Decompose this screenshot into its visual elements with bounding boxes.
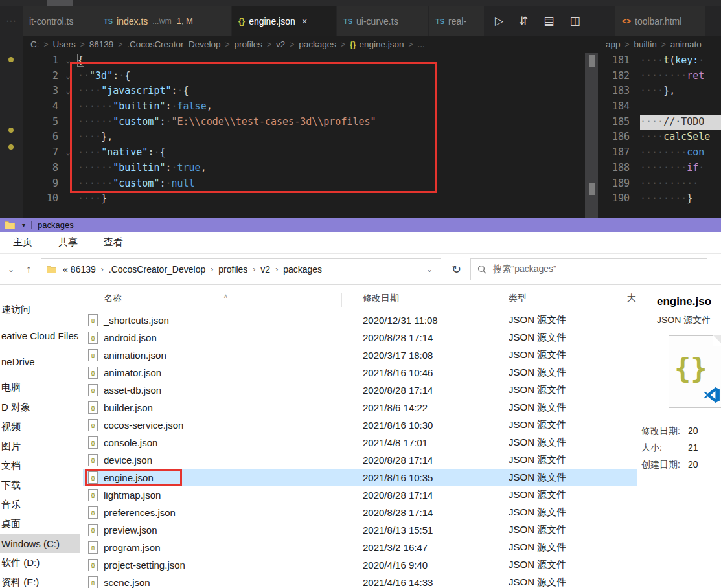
sidebar-item--[interactable]: 音乐 xyxy=(0,495,80,514)
editor-scrollbar[interactable] xyxy=(585,53,598,218)
file-row-cocos-service-json[interactable]: {}cocos-service.json2021/8/16 10:30JSON … xyxy=(83,416,637,434)
file-row-engine-json[interactable]: {}engine.json2021/8/16 10:35JSON 源文件 xyxy=(83,469,637,486)
column-separator[interactable] xyxy=(624,293,624,307)
address-segment[interactable]: v2 xyxy=(260,264,270,275)
breadcrumb-segment[interactable]: Users xyxy=(53,40,76,49)
vscode-titlebar-edge xyxy=(0,0,721,6)
column-header-size[interactable]: 大 xyxy=(627,293,636,304)
run-icon[interactable]: ▷ xyxy=(495,14,503,28)
sidebar-item--[interactable]: 速访问 xyxy=(0,300,80,319)
breadcrumb-segment[interactable]: ... xyxy=(418,40,425,49)
scrollbar-handle-top[interactable] xyxy=(589,55,595,67)
fold-gutter xyxy=(630,130,640,145)
menu-view[interactable]: 查看 xyxy=(104,236,123,249)
history-dropdown-icon[interactable]: ⌄ xyxy=(8,265,14,274)
scrollbar-handle-bottom[interactable] xyxy=(589,183,595,195)
tab-index-ts[interactable]: TSindex.ts...\vm1, M xyxy=(97,6,232,36)
address-segment[interactable]: .CocosCreator_Develop xyxy=(109,264,205,275)
breadcrumb-segment[interactable]: engine.json xyxy=(359,40,404,49)
compare-changes-icon[interactable]: ⇵ xyxy=(519,14,528,28)
sidebar-item-eative-cloud-files[interactable]: eative Cloud Files xyxy=(0,326,80,345)
tab-engine-json[interactable]: {}engine.json× xyxy=(232,6,337,36)
chevron-right-icon: > xyxy=(290,40,294,49)
file-row-builder-json[interactable]: {}builder.json2021/8/6 14:22JSON 源文件 xyxy=(83,399,637,416)
file-row-android-json[interactable]: {}android.json2020/8/28 17:14JSON 源文件 xyxy=(83,329,637,346)
address-segment[interactable]: 86139 xyxy=(71,264,96,275)
tab-toolbar-html[interactable]: <> toolbar.html xyxy=(615,6,706,36)
sidebar-item--e-[interactable]: 资料 (E:) xyxy=(0,572,80,588)
address-dropdown-icon[interactable]: ⌄ xyxy=(426,265,435,274)
tab-ui-curve-ts[interactable]: TSui-curve.ts xyxy=(337,6,429,36)
json-file-icon: {} xyxy=(88,419,98,431)
file-type: JSON 源文件 xyxy=(509,506,566,519)
chevron-right-icon: › xyxy=(101,265,104,274)
file-row-project-setting-json[interactable]: {}project-setting.json2020/4/16 9:40JSON… xyxy=(83,556,637,574)
file-row--shortcuts-json[interactable]: {}_shortcuts.json2020/12/31 11:08JSON 源文… xyxy=(83,311,637,329)
binary-file-icon[interactable]: ▤ xyxy=(544,14,554,28)
address-segment[interactable]: packages xyxy=(283,264,322,275)
search-input[interactable]: 搜索"packages" xyxy=(470,258,707,280)
code-line: 185····//·TODO xyxy=(598,115,721,130)
file-row-device-json[interactable]: {}device.json2020/8/28 17:14JSON 源文件 xyxy=(83,451,637,469)
file-name: _shortcuts.json xyxy=(104,315,169,326)
column-header-type[interactable]: 类型 xyxy=(509,293,527,304)
sidebar-item-windows-c-[interactable]: Windows (C:) xyxy=(0,534,80,553)
file-row-scene-json[interactable]: {}scene.json2021/4/16 14:33JSON 源文件 xyxy=(83,574,637,588)
file-row-console-json[interactable]: {}console.json2021/4/8 17:01JSON 源文件 xyxy=(83,434,637,451)
breadcrumb-segment[interactable]: 86139 xyxy=(89,40,114,49)
file-date-modified: 2020/12/31 11:08 xyxy=(363,315,438,326)
sidebar-item-d-[interactable]: D 对象 xyxy=(0,398,80,417)
split-editor-icon[interactable]: ◫ xyxy=(569,14,580,28)
tab-real-[interactable]: TSreal- xyxy=(429,6,485,36)
breadcrumb-segment[interactable]: builtin xyxy=(634,40,657,49)
close-icon[interactable]: × xyxy=(302,16,308,27)
line-number: 4 xyxy=(23,99,58,115)
tab-it-control-ts[interactable]: it-control.ts xyxy=(23,6,97,36)
breadcrumb-segment[interactable]: v2 xyxy=(276,40,285,49)
menu-home[interactable]: 主页 xyxy=(13,236,32,249)
sidebar-item--[interactable]: 下载 xyxy=(0,475,80,495)
column-header-name[interactable]: 名称 xyxy=(104,293,122,304)
breadcrumb-segment[interactable]: C: xyxy=(30,40,40,49)
file-row-preferences-json[interactable]: {}preferences.json2020/8/28 17:14JSON 源文… xyxy=(83,504,637,521)
file-date-modified: 2020/8/28 17:14 xyxy=(363,385,433,396)
column-header-date[interactable]: 修改日期 xyxy=(363,293,399,304)
address-segment[interactable]: profiles xyxy=(218,264,247,275)
explorer-titlebar[interactable]: ▾ packages xyxy=(0,218,721,232)
token: } xyxy=(687,192,692,204)
editor-pane-right[interactable]: 181····t(key:·182········ret183····},184… xyxy=(598,53,721,218)
sidebar-item--[interactable]: 图片 xyxy=(0,436,80,456)
column-separator[interactable] xyxy=(499,293,499,307)
sidebar-item--[interactable]: 电脑 xyxy=(0,378,80,397)
up-arrow-icon[interactable]: ↑ xyxy=(26,264,31,275)
breadcrumb-segment[interactable]: app xyxy=(606,40,621,49)
quick-access-toolbar-icon[interactable]: ▾ xyxy=(22,221,25,229)
file-row-program-json[interactable]: {}program.json2021/3/2 16:47JSON 源文件 xyxy=(83,539,637,556)
breadcrumb-segment[interactable]: .CocosCreator_Develop xyxy=(127,40,220,49)
file-row-animator-json[interactable]: {}animator.json2021/8/16 10:46JSON 源文件 xyxy=(83,364,637,381)
file-row-lightmap-json[interactable]: {}lightmap.json2020/8/28 17:14JSON 源文件 xyxy=(83,486,637,504)
sidebar-item--[interactable]: 视频 xyxy=(0,417,80,436)
breadcrumb-segment[interactable]: profiles xyxy=(234,40,262,49)
sidebar-item--[interactable]: 文档 xyxy=(0,456,80,475)
sidebar-item--d-[interactable]: 软件 (D:) xyxy=(0,553,80,572)
line-number: 187 xyxy=(598,145,630,161)
breadcrumb-segment[interactable]: packages xyxy=(299,40,336,49)
address-bar[interactable]: « 86139›.CocosCreator_Develop›profiles›v… xyxy=(41,258,441,280)
chevron-right-icon: > xyxy=(267,40,271,49)
sidebar-item-nedrive[interactable]: neDrive xyxy=(0,352,80,371)
file-row-asset-db-json[interactable]: {}asset-db.json2020/8/28 17:14JSON 源文件 xyxy=(83,381,637,399)
refresh-icon[interactable]: ↻ xyxy=(452,262,461,277)
sidebar-item--[interactable]: 桌面 xyxy=(0,514,80,534)
tab-overflow-icon[interactable]: ··· xyxy=(0,16,23,25)
json-file-icon: {} xyxy=(350,40,356,49)
file-row-animation-json[interactable]: {}animation.json2020/3/17 18:08JSON 源文件 xyxy=(83,346,637,364)
menu-share[interactable]: 共享 xyxy=(58,236,78,249)
column-separator[interactable] xyxy=(341,293,342,307)
modified-marker-dot xyxy=(8,128,14,133)
code-line: 187········con xyxy=(598,145,721,161)
file-row-preview-json[interactable]: {}preview.json2021/8/13 15:51JSON 源文件 xyxy=(83,521,637,539)
breadcrumb-segment[interactable]: animato xyxy=(670,40,702,49)
preview-file-type: JSON 源文件 xyxy=(657,315,711,326)
line-number: 183 xyxy=(598,84,630,99)
